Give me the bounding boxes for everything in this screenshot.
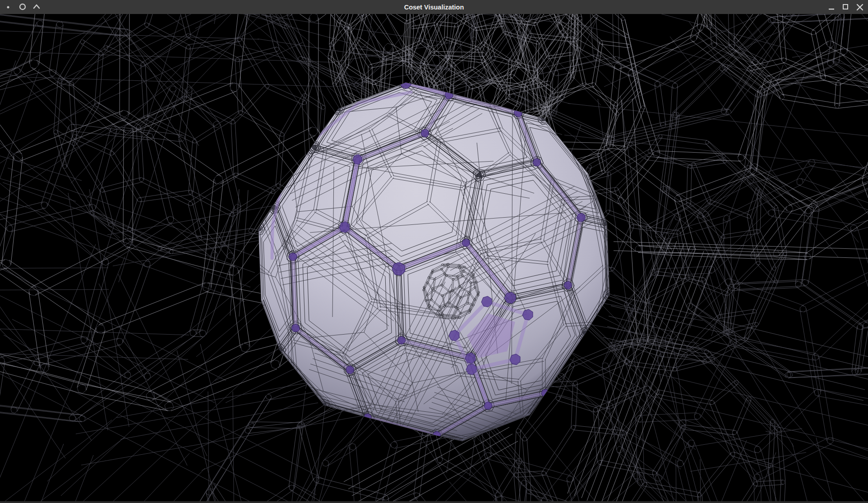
svg-text:Coset Visualization: Coset Visualization	[404, 4, 464, 11]
